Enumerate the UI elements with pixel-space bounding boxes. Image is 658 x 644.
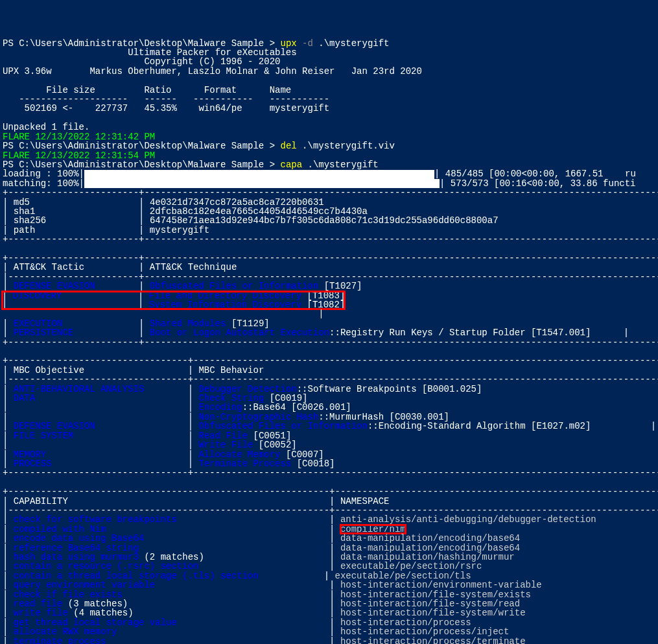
mbc-table-bot: +---------------------------------+-----… — [3, 468, 658, 478]
cmd-capa: capa — [280, 160, 307, 170]
compiler-nim-highlight-box: compiler/nim — [340, 525, 406, 534]
matching-progress-bar — [84, 179, 440, 188]
attack-table-bot: +------------------------+--------------… — [3, 337, 658, 348]
upx-arg: .\mysterygift — [313, 38, 390, 49]
loading-progress-bar — [84, 170, 434, 179]
terminal-output: PS C:\Users\Administrator\Desktop\Malwar… — [3, 39, 655, 644]
cmd-del: del — [280, 141, 302, 151]
hash-table-bot: +------------------------+--------------… — [3, 234, 658, 244]
cap-row-14: | terminate process | host-interaction/p… — [3, 636, 658, 644]
upx-table-row: 502169 <- 227737 45.35% win64/pe mystery… — [3, 103, 329, 113]
del-arg: .\mysterygift.viv — [302, 141, 395, 151]
discovery-highlight-box: | DISCOVERY | File and Directory Discove… — [2, 291, 345, 310]
capa-arg: .\mysterygift — [308, 160, 379, 170]
upx-version: UPX 3.96w Markus Oberhumer, Laszlo Molna… — [3, 66, 422, 77]
upx-flag: -d — [302, 38, 313, 49]
